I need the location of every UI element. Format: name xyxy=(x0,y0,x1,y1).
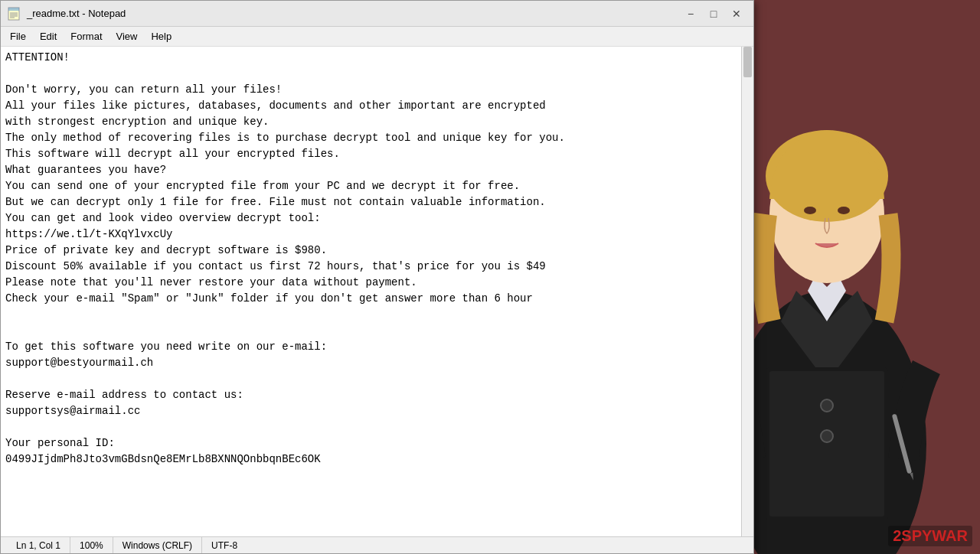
zoom-level: 100% xyxy=(70,537,113,553)
close-button[interactable]: ✕ xyxy=(726,5,747,22)
text-editing-area[interactable]: ATTENTION! Don't worry, you can return a… xyxy=(1,47,753,536)
scrollbar-thumb[interactable] xyxy=(743,47,752,77)
encoding: UTF-8 xyxy=(202,537,247,553)
maximize-button[interactable]: □ xyxy=(703,5,724,22)
line-ending: Windows (CRLF) xyxy=(113,537,202,553)
watermark: 2SPYWAR xyxy=(888,526,972,546)
svg-point-9 xyxy=(821,430,833,442)
svg-point-8 xyxy=(821,399,833,412)
menu-format[interactable]: Format xyxy=(64,29,108,44)
menu-view[interactable]: View xyxy=(110,29,144,44)
title-bar-controls: − □ ✕ xyxy=(680,5,747,22)
svg-rect-7 xyxy=(769,371,884,517)
cursor-position: Ln 1, Col 1 xyxy=(7,537,70,553)
status-bar: Ln 1, Col 1 100% Windows (CRLF) UTF-8 xyxy=(1,536,753,553)
document-content: ATTENTION! Don't worry, you can return a… xyxy=(5,50,749,468)
svg-point-4 xyxy=(804,207,816,214)
notepad-app-icon xyxy=(7,7,21,21)
menu-file[interactable]: File xyxy=(4,29,32,44)
notepad-window: _readme.txt - Notepad − □ ✕ File Edit Fo… xyxy=(0,0,754,554)
svg-point-5 xyxy=(838,207,850,214)
window-title: _readme.txt - Notepad xyxy=(27,8,126,19)
menu-help[interactable]: Help xyxy=(145,29,178,44)
vertical-scrollbar[interactable] xyxy=(741,47,753,536)
menu-bar: File Edit Format View Help xyxy=(1,27,753,47)
title-bar: _readme.txt - Notepad − □ ✕ xyxy=(1,1,753,27)
title-bar-left: _readme.txt - Notepad xyxy=(7,7,126,21)
svg-rect-13 xyxy=(8,8,19,11)
menu-edit[interactable]: Edit xyxy=(34,29,63,44)
minimize-button[interactable]: − xyxy=(680,5,701,22)
